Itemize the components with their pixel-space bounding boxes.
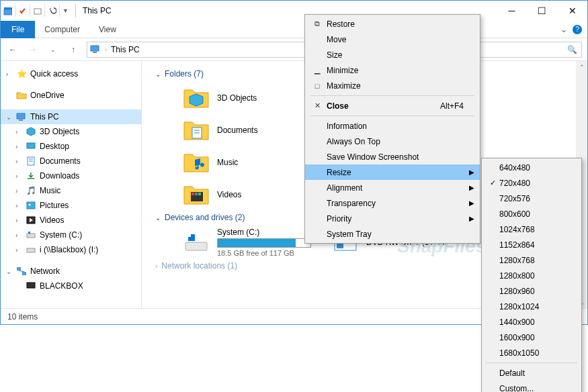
ribbon-expand-icon[interactable]: ⌄ (560, 25, 567, 34)
resize-1440x900[interactable]: 1440x900 (482, 314, 581, 330)
chevron-right-icon[interactable]: › (15, 232, 25, 239)
help-icon[interactable]: ? (573, 25, 582, 34)
menu-close[interactable]: ✕CloseAlt+F4 (305, 98, 480, 113)
menu-resize[interactable]: Resize▶ (305, 164, 480, 180)
pictures-icon (25, 200, 37, 211)
view-tab[interactable]: View (89, 22, 126, 37)
svg-rect-28 (192, 193, 194, 195)
folder-icon (182, 116, 210, 144)
resize-1680x1050[interactable]: 1680x1050 (482, 345, 581, 360)
svg-marker-23 (190, 94, 203, 106)
tree-pictures[interactable]: ›Pictures (1, 198, 141, 213)
folder-icon (15, 90, 28, 101)
tree-network[interactable]: ⌄Network (1, 264, 141, 279)
submenu-arrow-icon: ▶ (469, 184, 474, 191)
tree-onedrive[interactable]: OneDrive (1, 88, 141, 103)
check-icon: ✓ (486, 179, 499, 187)
menu-restore[interactable]: ⧉Restore (305, 16, 480, 32)
videos-icon (25, 215, 37, 226)
resize-720x480[interactable]: ✓720x480 (482, 175, 581, 191)
drive-system-c[interactable]: System (C:) 18.5 GB free of 117 GB (182, 228, 311, 257)
resize-800x600[interactable]: 800x600 (482, 206, 581, 222)
resize-1280x768[interactable]: 1280x768 (482, 252, 581, 268)
tree-system-c[interactable]: ›System (C:) (1, 228, 141, 242)
computer-tab[interactable]: Computer (35, 22, 89, 37)
tree-blackbox[interactable]: BLACKBOX (1, 279, 141, 293)
resize-1280x960[interactable]: 1280x960 (482, 283, 581, 299)
menu-system-tray[interactable]: System Tray (305, 226, 480, 242)
tree-this-pc[interactable]: ⌄This PC (1, 109, 141, 124)
nav-back-button[interactable]: ← (3, 40, 22, 59)
svg-rect-30 (198, 193, 201, 195)
menu-information[interactable]: Information (305, 118, 480, 134)
search-icon: 🔍 (567, 45, 577, 54)
resize-custom[interactable]: Custom... (482, 381, 581, 392)
menu-transparency[interactable]: Transparency▶ (305, 195, 480, 211)
qat-properties-icon[interactable] (18, 5, 30, 17)
tree-music[interactable]: ›🎵Music (1, 183, 141, 198)
menu-minimize[interactable]: ▁Minimize (305, 62, 480, 78)
chevron-right-icon[interactable]: › (15, 187, 25, 195)
scroll-up-icon[interactable]: ⌃ (576, 61, 587, 72)
resize-1280x1024[interactable]: 1280x1024 (482, 299, 581, 314)
menu-always-on-top[interactable]: Always On Top (305, 134, 480, 149)
chevron-right-icon[interactable]: › (15, 246, 25, 254)
tree-3d-objects[interactable]: ›3D Objects (1, 124, 141, 139)
address-chevron-icon[interactable]: › (105, 46, 107, 53)
minimize-button[interactable]: ─ (497, 1, 527, 21)
nav-recent-dropdown[interactable]: ⌄ (44, 40, 62, 59)
resize-1600x900[interactable]: 1600x900 (482, 330, 581, 345)
chevron-right-icon[interactable]: › (15, 143, 25, 150)
chevron-right-icon[interactable]: › (15, 202, 25, 209)
restore-icon: ⧉ (310, 19, 324, 28)
network-icon (15, 266, 28, 277)
chevron-right-icon[interactable]: › (15, 173, 25, 180)
chevron-down-icon[interactable]: ⌄ (6, 268, 15, 275)
item-count: 10 items (7, 312, 38, 322)
svg-rect-33 (188, 234, 191, 237)
resize-640x480[interactable]: 640x480 (482, 160, 581, 175)
address-pc-icon (90, 44, 101, 55)
svg-rect-19 (17, 267, 21, 271)
chevron-right-icon[interactable]: › (6, 70, 15, 78)
qat-dropdown-icon[interactable]: ▼ (62, 7, 69, 14)
drive-icon (182, 228, 210, 256)
chevron-right-icon[interactable]: › (15, 158, 25, 165)
resize-1024x768[interactable]: 1024x768 (482, 222, 581, 237)
menu-size[interactable]: Size (305, 47, 480, 62)
music-icon: 🎵 (25, 185, 37, 196)
tree-downloads[interactable]: ›Downloads (1, 168, 141, 183)
file-tab[interactable]: File (1, 21, 35, 38)
tree-network-drive[interactable]: ›i (\\Blackbox) (I:) (1, 242, 141, 257)
chevron-right-icon[interactable]: › (15, 217, 25, 224)
maximize-button[interactable]: ☐ (527, 1, 557, 21)
resize-1152x864[interactable]: 1152x864 (482, 237, 581, 252)
svg-rect-29 (195, 193, 198, 195)
chevron-right-icon[interactable]: › (15, 128, 25, 136)
close-button[interactable]: ✕ (557, 1, 587, 21)
chevron-down-icon[interactable]: ⌄ (6, 113, 15, 121)
ribbon: File Computer View ⌄ ? (1, 21, 587, 38)
svg-rect-8 (27, 143, 35, 148)
qat-undo-icon[interactable] (48, 5, 60, 17)
menu-priority[interactable]: Priority▶ (305, 211, 480, 226)
nav-forward-button[interactable]: → (24, 40, 42, 59)
resize-1280x800[interactable]: 1280x800 (482, 268, 581, 283)
svg-line-21 (19, 271, 24, 272)
app-icon (3, 5, 15, 17)
tree-videos[interactable]: ›Videos (1, 213, 141, 228)
resize-default[interactable]: Default (482, 365, 581, 381)
chevron-down-icon: ⌄ (155, 214, 161, 222)
menu-save-screenshot[interactable]: Save Window Screenshot (305, 149, 480, 164)
nav-up-button[interactable]: ↑ (64, 40, 83, 59)
menu-alignment[interactable]: Alignment▶ (305, 180, 480, 195)
tree-desktop[interactable]: ›Desktop (1, 139, 141, 154)
resize-720x576[interactable]: 720x576 (482, 191, 581, 206)
menu-move[interactable]: Move (305, 32, 480, 47)
tree-documents[interactable]: ›Documents (1, 154, 141, 168)
folder-icon (182, 84, 210, 112)
menu-maximize[interactable]: □Maximize (305, 78, 480, 93)
tree-quick-access[interactable]: ›⭐Quick access (1, 66, 141, 81)
qat-new-folder-icon[interactable] (33, 5, 45, 17)
3d-icon (25, 126, 37, 137)
